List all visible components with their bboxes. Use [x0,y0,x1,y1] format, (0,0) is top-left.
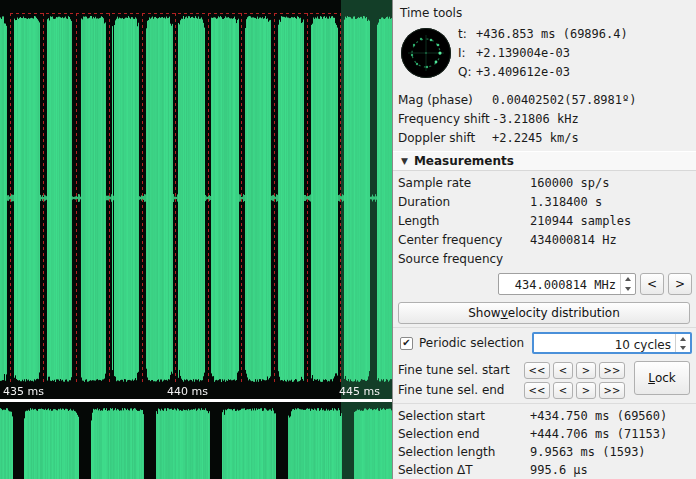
lock-button-mnemonic: L [648,371,655,385]
periodic-selection-row: ✔ Periodic selection 10 cycles [400,331,692,355]
duration-row: Duration 1.318400 s [398,192,696,211]
center-frequency-row: Center frequency 434000814 Hz [398,230,696,249]
mag-phase-value: 0.00402502(57.8981º) [492,93,637,107]
fine-end-fast-forward-button[interactable]: >> [599,382,625,399]
selection-start-label: Selection start [398,409,530,423]
time-tools-panel: Time tools [392,0,696,479]
selection-delta-t-value: 995.6 μs [530,463,588,477]
duration-label: Duration [398,195,530,209]
frequency-spinbox[interactable]: 434.000814 MHz [498,273,636,295]
separator [393,327,696,328]
q-label: Q: [458,65,476,79]
t-label: t: [458,27,476,41]
measurements-title: Measurements [414,154,514,168]
frequency-shift-label: Frequency shift [398,112,492,126]
source-frequency-label: Source frequency [398,252,530,266]
lock-button[interactable]: Lock [634,361,690,395]
fine-end-forward-button[interactable]: > [576,382,596,399]
sample-rate-label: Sample rate [398,176,530,190]
signal-waveform-view[interactable] [0,0,392,479]
tiq-rows: t: +436.853 ms (69896.4) I: +2.139004e-0… [458,25,696,82]
cycles-spinbox[interactable]: 10 cycles [532,332,692,354]
mag-phase-row: Mag (phase) 0.00402502(57.8981º) [398,90,696,109]
frequency-prev-button[interactable]: < [640,273,664,295]
separator [393,403,696,404]
selection-delta-t-label: Selection ΔT [398,463,530,477]
center-frequency-label: Center frequency [398,233,530,247]
time-window-app: Time tools [0,0,696,479]
collapse-arrow-icon: ▼ [401,156,408,166]
i-readout-row: I: +2.139004e-03 [458,44,696,63]
measurements-expander[interactable]: ▼ Measurements [393,151,696,171]
selection-length-row: Selection length 9.9563 ms (1593) [398,443,696,461]
fine-start-back-button[interactable]: < [553,362,573,379]
q-value: +3.409612e-03 [476,65,570,79]
doppler-shift-label: Doppler shift [398,131,492,145]
frequency-spin-row: 434.000814 MHz < > [498,272,692,296]
selection-end-value: +444.706 ms (71153) [530,427,667,441]
lock-button-text: ock [655,371,676,385]
velocity-button-text-2: elocity distribution [508,306,620,320]
sample-rate-row: Sample rate 160000 sp/s [398,173,696,192]
velocity-button-text: Show [468,306,500,320]
panel-title: Time tools [400,6,696,22]
fine-tune-start-label: Fine tune sel. start [398,363,524,377]
fine-tune-end-label: Fine tune sel. end [398,383,524,397]
frequency-shift-row: Frequency shift -3.21806 kHz [398,109,696,128]
show-velocity-distribution-button[interactable]: Show velocity distribution [398,302,690,324]
selection-start-value: +434.750 ms (69560) [530,409,667,423]
i-value: +2.139004e-03 [476,46,570,60]
selection-length-value: 9.9563 ms (1593) [530,445,646,459]
doppler-shift-row: Doppler shift +2.2245 km/s [398,128,696,147]
periodic-selection-label[interactable]: Periodic selection [419,336,524,350]
time-readout-row: t: +436.853 ms (69896.4) [458,25,696,44]
velocity-button-mnemonic: v [501,306,508,320]
fine-start-fast-forward-button[interactable]: >> [599,362,625,379]
selection-info-block: Selection start +434.750 ms (69560) Sele… [398,407,696,479]
fine-end-back-button[interactable]: < [553,382,573,399]
source-frequency-row: Source frequency [398,249,696,268]
frequency-spinbox-value: 434.000814 MHz [499,274,620,294]
i-label: I: [458,46,476,60]
frequency-next-button[interactable]: > [668,273,692,295]
cursor-readout-block: t: +436.853 ms (69896.4) I: +2.139004e-0… [398,24,696,82]
iq-scope-icon [400,27,452,79]
duration-value: 1.318400 s [530,195,602,209]
selection-delta-t-row: Selection ΔT 995.6 μs [398,461,696,479]
length-value: 210944 samples [530,214,631,228]
fine-start-forward-button[interactable]: > [576,362,596,379]
fine-start-fast-back-button[interactable]: << [524,362,550,379]
t-value: +436.853 ms (69896.4) [476,27,628,41]
waveform-area [0,0,392,479]
length-row: Length 210944 samples [398,211,696,230]
length-label: Length [398,214,530,228]
doppler-shift-value: +2.2245 km/s [492,131,579,145]
periodic-selection-checkbox[interactable]: ✔ [400,337,413,350]
selection-start-row: Selection start +434.750 ms (69560) [398,407,696,425]
selection-length-label: Selection length [398,445,530,459]
center-frequency-value: 434000814 Hz [530,233,617,247]
fine-end-fast-back-button[interactable]: << [524,382,550,399]
q-readout-row: Q: +3.409612e-03 [458,63,696,82]
selection-end-row: Selection end +444.706 ms (71153) [398,425,696,443]
cycles-spinbox-value: 10 cycles [534,334,675,352]
cycles-spinbox-arrows-icon[interactable] [675,334,690,352]
spinbox-arrows-icon[interactable] [620,274,635,294]
sample-rate-value: 160000 sp/s [530,176,609,190]
frequency-shift-value: -3.21806 kHz [492,112,579,126]
mag-phase-label: Mag (phase) [398,93,492,107]
fine-tune-block: Fine tune sel. start << < > >> Fine tune… [398,360,696,400]
selection-end-label: Selection end [398,427,530,441]
